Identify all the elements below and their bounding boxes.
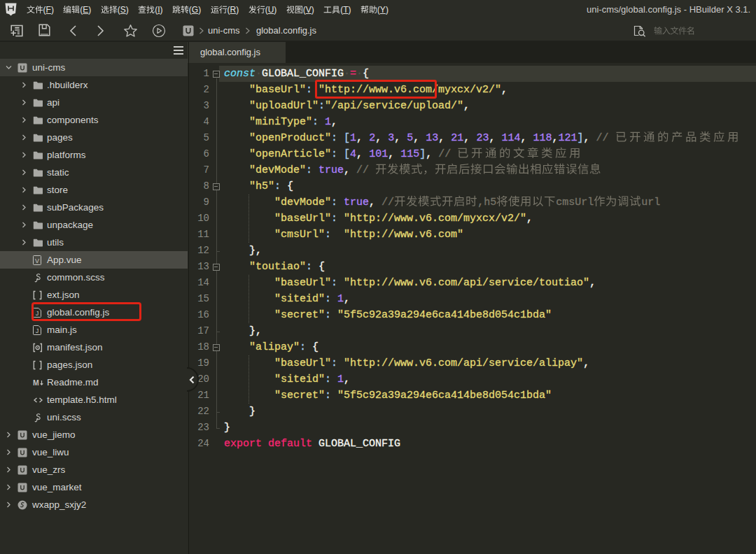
- svg-text:M: M: [33, 378, 39, 387]
- svg-text:J: J: [36, 327, 38, 334]
- svg-text:V: V: [35, 257, 39, 264]
